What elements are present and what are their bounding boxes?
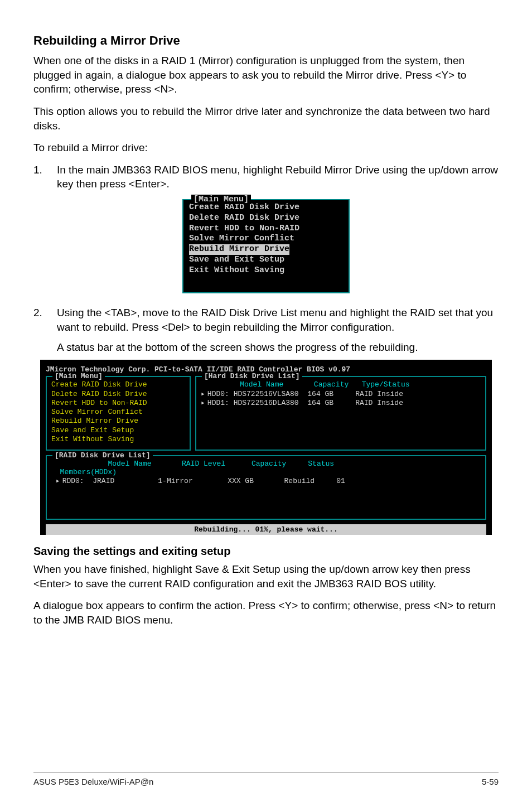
step-number: 1. — [33, 163, 57, 191]
menu-item: Save and Exit Setup — [51, 426, 185, 435]
raid-level: 1-Mirror — [158, 477, 192, 485]
hdd-header-row: Model Name Capacity Type/Status — [201, 380, 481, 389]
menu-item: Save and Exit Setup — [189, 255, 343, 265]
panel-label: [Hard Disk Drive List] — [202, 372, 302, 380]
col-model: Model Name — [240, 380, 283, 389]
step-1: 1. In the main JMB363 RAID BIOS menu, hi… — [33, 163, 499, 191]
hdd-row: HDD1: HDS722516DLA380 164 GB RAID Inside — [201, 399, 481, 408]
raid-name: JRAID — [93, 477, 114, 485]
step-text: Using the <TAB>, move to the RAID Disk D… — [57, 306, 499, 334]
col-type: Type/Status — [362, 380, 410, 389]
step-number: 2. — [33, 306, 57, 334]
bios-hdd-list-panel: [Hard Disk Drive List] Model Name Capaci… — [195, 376, 486, 451]
menu-item: Delete RAID Disk Drive — [51, 390, 185, 399]
step-subtext: A status bar at the bottom of the screen… — [57, 340, 499, 355]
hdd-capacity: 164 GB — [307, 399, 333, 407]
page-footer: ASUS P5E3 Deluxe/WiFi-AP@n 5-59 — [33, 772, 499, 786]
menu-item: Revert HDD to Non-RAID — [51, 399, 185, 408]
paragraph: A dialogue box appears to confirm the ac… — [33, 598, 499, 627]
hdd-type: RAID Inside — [355, 390, 403, 398]
footer-left: ASUS P5E3 Deluxe/WiFi-AP@n — [33, 777, 153, 786]
hdd-capacity: 164 GB — [307, 390, 333, 398]
menu-item-selected: Rebuild Mirror Drive — [189, 244, 289, 255]
hdd-type: RAID Inside — [355, 399, 403, 407]
members-label: Members(HDDx) — [60, 468, 117, 476]
col-model: Model Name — [108, 460, 151, 468]
col-level: RAID Level — [182, 460, 225, 468]
panel-label: [RAID Disk Drive List] — [52, 451, 153, 460]
col-status: Status — [308, 460, 334, 468]
paragraph: When one of the disks in a RAID 1 (Mirro… — [33, 54, 499, 96]
section-title-rebuilding: Rebuilding a Mirror Drive — [33, 33, 499, 48]
menu-item: Solve Mirror Conflict — [189, 234, 343, 244]
raid-id: RDD0: — [62, 477, 84, 485]
menu-item: Rebuild Mirror Drive — [51, 417, 185, 426]
step-2: 2. Using the <TAB>, move to the RAID Dis… — [33, 306, 499, 334]
footer-right: 5-59 — [482, 777, 499, 786]
raid-members-label: Members(HDDx) — [51, 468, 481, 476]
section-title-saving: Saving the settings and exiting setup — [33, 545, 499, 558]
raid-row: RDD0: JRAID 1-Mirror XXX GB Rebuild 01 — [51, 476, 481, 485]
raid-members: 01 — [336, 477, 345, 485]
col-capacity: Capacity — [252, 460, 286, 468]
menu-item: Revert HDD to Non-RAID — [189, 224, 343, 234]
bios-raid-list-panel: [RAID Disk Drive List] Model Name RAID L… — [46, 455, 486, 520]
menu-item: Solve Mirror Conflict — [51, 408, 185, 417]
step-text: In the main JMB363 RAID BIOS menu, highl… — [57, 163, 499, 191]
paragraph: To rebuild a Mirror drive: — [33, 141, 499, 155]
hdd-row: HDD0: HDS722516VLSA80 164 GB RAID Inside — [201, 390, 481, 399]
menu-item: Delete RAID Disk Drive — [189, 213, 343, 224]
paragraph: This option allows you to rebuild the Mi… — [33, 104, 499, 133]
col-capacity: Capacity — [314, 380, 349, 389]
panel-label: [Main Menu] — [52, 372, 105, 380]
menu-item: Create RAID Disk Drive — [51, 380, 185, 389]
raid-capacity: XXX GB — [228, 477, 254, 485]
raid-status: Rebuild — [284, 477, 315, 485]
hdd-id: HDD1: — [207, 399, 229, 407]
bios-box-label: [Main Menu] — [191, 195, 251, 204]
hdd-id: HDD0: — [207, 390, 229, 398]
menu-item: Exit Without Saving — [51, 435, 185, 444]
bios-status-bar: Rebuilding... 01%, please wait... — [46, 524, 486, 535]
bios-full-screen: JMicron Technology Corp. PCI-to-SATA II/… — [40, 360, 492, 535]
menu-item: Exit Without Saving — [189, 265, 343, 276]
bios-main-menu-panel: [Main Menu] Create RAID Disk Drive Delet… — [46, 376, 191, 451]
bios-main-menu-small: [Main Menu] Create RAID Disk Drive Delet… — [182, 199, 350, 293]
hdd-model: HDS722516DLA380 — [234, 399, 299, 407]
hdd-model: HDS722516VLSA80 — [234, 390, 299, 398]
raid-header-row: Model Name RAID Level Capacity Status — [51, 460, 481, 468]
paragraph: When you have finished, highlight Save &… — [33, 562, 499, 591]
